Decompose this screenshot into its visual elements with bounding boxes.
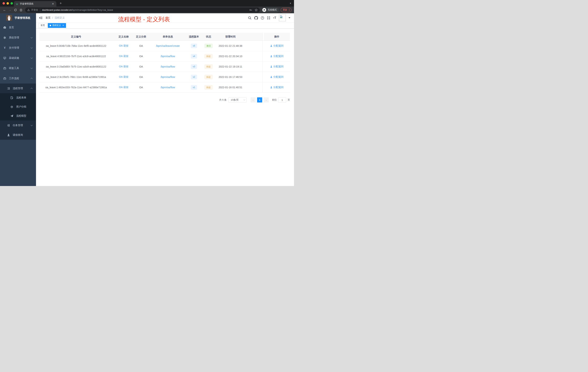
- next-page-button[interactable]: ›: [264, 97, 269, 102]
- form-link[interactable]: /bpm/oa/flow: [160, 65, 175, 68]
- breadcrumb-home[interactable]: 首页: [45, 16, 51, 20]
- robot-icon: [10, 105, 13, 108]
- form-icon: [10, 96, 13, 99]
- sidebar-item-leave-query[interactable]: 请假查询: [0, 130, 36, 140]
- sidebar-item-process-model[interactable]: 流程模型: [0, 111, 36, 120]
- home-icon[interactable]: [18, 8, 24, 11]
- table-row: oa_leave:3:1fad3d93-7b75-11ec-a3c8-acde4…: [40, 62, 290, 72]
- sidebar-item-label: 流程模型: [16, 114, 26, 118]
- breadcrumb-current: 流程定义: [54, 16, 65, 20]
- cell-category: OA: [135, 51, 148, 61]
- sidebar-item-task-mgmt[interactable]: 任务管理: [0, 120, 36, 130]
- sidebar-item-label: 工作流程: [9, 77, 19, 80]
- close-window-button[interactable]: [2, 2, 5, 5]
- prev-page-button[interactable]: ‹: [251, 97, 256, 102]
- assign-rule-link[interactable]: 分配规则: [273, 86, 284, 89]
- new-tab-icon[interactable]: ＋: [59, 1, 62, 5]
- definition-name-link[interactable]: OA 请假: [119, 44, 128, 47]
- chevron-down-icon: [31, 36, 32, 38]
- cell-category: OA: [135, 41, 148, 51]
- chevron-down-icon: [31, 57, 32, 59]
- assign-rule-link[interactable]: 分配规则: [273, 75, 284, 79]
- tab-close-icon[interactable]: ✕: [51, 2, 54, 5]
- update-label: 更新: [283, 8, 287, 11]
- cell-deploy-time: 2022-01-22 19:19:11: [217, 62, 244, 72]
- kebab-menu-icon[interactable]: [289, 9, 289, 11]
- assign-rule-link[interactable]: 分配规则: [273, 44, 284, 47]
- sidebar-item-label: 首页: [9, 26, 14, 29]
- key-icon[interactable]: [249, 9, 252, 11]
- caret-down-icon[interactable]: [289, 17, 290, 18]
- tag-process-definition[interactable]: 流程定义 ✕: [48, 23, 66, 28]
- maximize-window-button[interactable]: [10, 2, 13, 5]
- assign-rule-link[interactable]: 分配规则: [273, 65, 284, 68]
- form-link[interactable]: /bpm/oa/leave/create: [156, 44, 180, 47]
- person-icon: [270, 86, 272, 88]
- sidebar-item-system-mgmt[interactable]: 系统管理: [0, 33, 36, 43]
- page-unit-label: 页: [288, 98, 290, 101]
- warning-icon: [27, 9, 30, 11]
- form-link[interactable]: /bpm/oa/flow: [160, 86, 175, 89]
- hamburger-icon[interactable]: [39, 16, 42, 20]
- tag-close-icon[interactable]: ✕: [62, 24, 64, 27]
- url-text[interactable]: dashboard.yudao.iocoder.cn/bpm/manager/d…: [42, 9, 113, 11]
- col-header-id: 定义编号: [40, 33, 113, 41]
- definition-name-link[interactable]: OA 请假: [119, 65, 128, 68]
- page-size-value: 10条/页: [231, 98, 239, 101]
- chevron-down-icon: [31, 124, 32, 126]
- form-link[interactable]: /bpm/oa/flow: [160, 55, 175, 58]
- sidebar-item-label: 流程表单: [16, 96, 26, 99]
- tab-search-icon[interactable]: ▼: [289, 2, 292, 4]
- version-badge: v4: [191, 54, 197, 58]
- cell-deploy-time: 2022-01-22 21:48:38: [217, 41, 244, 51]
- tag-home[interactable]: 首页: [39, 23, 47, 28]
- sidebar-item-workflow[interactable]: 工作流程: [0, 73, 36, 84]
- sidebar-item-dev-tools[interactable]: 研发工具: [0, 63, 36, 73]
- col-header-form: 表单信息: [148, 33, 188, 41]
- reload-icon[interactable]: [13, 9, 18, 11]
- top-navbar: 首页 / 流程定义 TT: [36, 13, 294, 22]
- sidebar-item-home[interactable]: 首页: [0, 22, 36, 33]
- col-header-category: 定义分类: [135, 33, 148, 41]
- avatar[interactable]: [279, 14, 286, 21]
- github-icon[interactable]: [254, 16, 258, 20]
- sidebar-item-user-group[interactable]: 用户分组: [0, 102, 36, 111]
- incognito-icon: [263, 9, 265, 11]
- col-header-name: 定义名称: [113, 33, 135, 41]
- active-dot: [50, 25, 51, 26]
- goto-page-input[interactable]: [278, 97, 286, 102]
- assign-rule-link[interactable]: 分配规则: [273, 55, 284, 58]
- sidebar-item-label: 流程管理: [13, 87, 23, 90]
- definition-name-link[interactable]: OA 请假: [119, 75, 128, 79]
- definition-name-link[interactable]: OA 请假: [119, 86, 128, 89]
- page-size-select[interactable]: 10条/页: [228, 97, 247, 102]
- chevron-up-icon: [31, 78, 32, 80]
- page-number-1[interactable]: 1: [257, 97, 262, 102]
- browser-tab[interactable]: 芋道管理系统 ✕: [14, 1, 56, 7]
- security-label[interactable]: 不安全: [31, 8, 38, 12]
- forward-icon[interactable]: →: [7, 8, 13, 12]
- help-icon[interactable]: [261, 16, 264, 20]
- minimize-window-button[interactable]: [7, 2, 9, 5]
- fullscreen-icon[interactable]: [267, 16, 270, 20]
- table-row: oa_leave:4:991f2193-7b7f-11ec-a3c8-acde4…: [40, 51, 290, 62]
- address-bar[interactable]: 不安全 dashboard.yudao.iocoder.cn/bpm/manag…: [25, 8, 260, 12]
- version-badge: v2: [191, 75, 197, 79]
- font-size-icon[interactable]: TT: [273, 16, 276, 20]
- form-link[interactable]: /bpm/oa/flow: [160, 76, 175, 78]
- definition-name-link[interactable]: OA 请假: [119, 55, 128, 58]
- search-icon[interactable]: [248, 16, 252, 20]
- sidebar-item-payment-mgmt[interactable]: ¥ 支付管理: [0, 43, 36, 53]
- broken-image-icon: [280, 15, 283, 18]
- sidebar-item-label: 支付管理: [9, 46, 19, 50]
- star-icon[interactable]: [255, 9, 258, 11]
- sidebar-item-process-mgmt[interactable]: 流程管理: [0, 84, 36, 93]
- status-badge: 激活: [205, 44, 212, 48]
- version-badge: v3: [191, 65, 197, 69]
- back-icon[interactable]: ←: [2, 8, 7, 12]
- chevron-up-icon: [31, 88, 32, 90]
- sidebar-item-infrastructure[interactable]: 基础设施: [0, 53, 36, 63]
- definition-table: 定义编号 定义名称 定义分类 表单信息 流程版本 状态 部署时间 操作: [40, 33, 290, 93]
- sidebar-item-process-form[interactable]: 流程表单: [0, 93, 36, 102]
- update-button[interactable]: 更新: [281, 8, 292, 12]
